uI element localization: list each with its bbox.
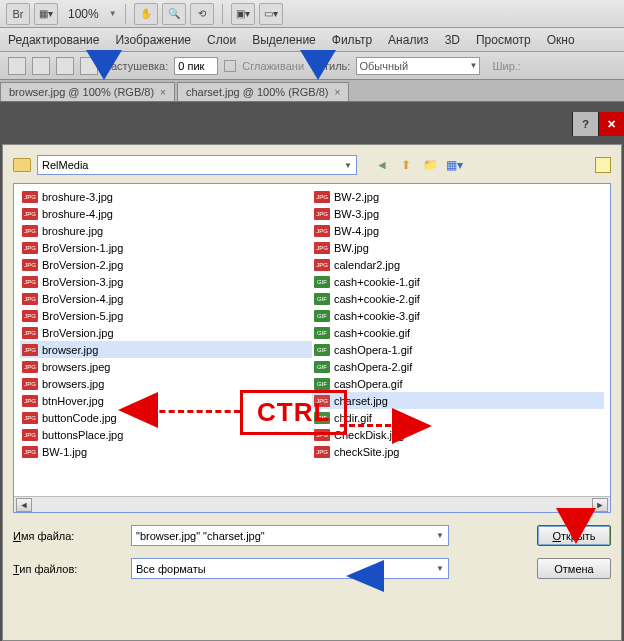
feather-input[interactable] <box>174 57 218 75</box>
jpg-file-icon: JPG <box>314 225 330 237</box>
cancel-button[interactable]: Отмена <box>537 558 611 579</box>
file-name: buttonsPlace.jpg <box>42 429 123 441</box>
file-item[interactable]: JPGCheckDisk.jpg <box>312 426 604 443</box>
file-item[interactable]: GIFcash+cookie-3.gif <box>312 307 604 324</box>
close-icon[interactable]: × <box>160 87 166 98</box>
jpg-file-icon: JPG <box>22 412 38 424</box>
file-name: BroVersion-2.jpg <box>42 259 123 271</box>
zoom-level[interactable]: 100% <box>62 7 105 21</box>
jpg-file-icon: JPG <box>22 276 38 288</box>
gif-file-icon: GIF <box>314 344 330 356</box>
view-menu-icon[interactable]: ▦▾ <box>445 156 463 174</box>
close-dialog-button[interactable]: ✕ <box>598 112 624 136</box>
file-name: cashOpera-1.gif <box>334 344 412 356</box>
file-item[interactable]: JPGBW-3.jpg <box>312 205 604 222</box>
file-name: BroVersion-4.jpg <box>42 293 123 305</box>
jpg-file-icon: JPG <box>22 225 38 237</box>
doc-tab-label: browser.jpg @ 100% (RGB/8) <box>9 86 154 98</box>
file-name: BW-4.jpg <box>334 225 379 237</box>
file-item[interactable]: JPGcharset.jpg <box>312 392 604 409</box>
file-item[interactable]: JPGbrowsers.jpeg <box>20 358 312 375</box>
file-item[interactable]: JPGBW.jpg <box>312 239 604 256</box>
menu-layers[interactable]: Слои <box>207 33 236 47</box>
filename-input[interactable]: "browser.jpg" "charset.jpg"▼ <box>131 525 449 546</box>
file-item[interactable]: JPGbroshure-3.jpg <box>20 188 312 205</box>
jpg-file-icon: JPG <box>314 208 330 220</box>
look-in-select[interactable]: RelMedia ▼ <box>37 155 357 175</box>
style-select[interactable]: Обычный▼ <box>356 57 480 75</box>
horizontal-scrollbar[interactable]: ◄ ► <box>14 496 610 512</box>
selection-add-icon[interactable] <box>32 57 50 75</box>
file-name: BW-2.jpg <box>334 191 379 203</box>
file-name: BW.jpg <box>334 242 369 254</box>
menu-window[interactable]: Окно <box>547 33 575 47</box>
file-name: browsers.jpg <box>42 378 104 390</box>
close-icon[interactable]: × <box>335 87 341 98</box>
scroll-left-button[interactable]: ◄ <box>16 498 32 512</box>
file-item[interactable]: JPGbrowser.jpg <box>20 341 312 358</box>
up-icon[interactable]: ⬆ <box>397 156 415 174</box>
file-item[interactable]: JPGBW-4.jpg <box>312 222 604 239</box>
file-item[interactable]: JPGBW-1.jpg <box>20 443 312 460</box>
file-item[interactable]: JPGbroshure.jpg <box>20 222 312 239</box>
file-item[interactable]: JPGBroVersion-2.jpg <box>20 256 312 273</box>
file-item[interactable]: GIFcash+cookie.gif <box>312 324 604 341</box>
menu-edit[interactable]: Редактирование <box>8 33 99 47</box>
file-item[interactable]: GIFcashOpera-2.gif <box>312 358 604 375</box>
selection-new-icon[interactable] <box>8 57 26 75</box>
file-item[interactable]: JPGBroVersion-1.jpg <box>20 239 312 256</box>
layout-button[interactable]: ▦▾ <box>34 3 58 25</box>
file-item[interactable]: JPGBroVersion-3.jpg <box>20 273 312 290</box>
preview-toggle-icon[interactable] <box>595 157 611 173</box>
file-item[interactable]: JPGBroVersion.jpg <box>20 324 312 341</box>
file-list-panel: JPGbroshure-3.jpgJPGbroshure-4.jpgJPGbro… <box>13 183 611 513</box>
back-icon[interactable]: ◄ <box>373 156 391 174</box>
jpg-file-icon: JPG <box>314 191 330 203</box>
file-item[interactable]: JPGBW-2.jpg <box>312 188 604 205</box>
doc-tab-charset[interactable]: charset.jpg @ 100% (RGB/8) × <box>177 82 349 101</box>
jpg-file-icon: JPG <box>22 378 38 390</box>
menu-image[interactable]: Изображение <box>115 33 191 47</box>
file-name: calendar2.jpg <box>334 259 400 271</box>
file-item[interactable]: JPGcalendar2.jpg <box>312 256 604 273</box>
file-item[interactable]: GIFcashOpera.gif <box>312 375 604 392</box>
jpg-file-icon: JPG <box>22 310 38 322</box>
menu-bar: Редактирование Изображение Слои Выделени… <box>0 28 624 52</box>
file-item[interactable]: GIFcashOpera-1.gif <box>312 341 604 358</box>
menu-select[interactable]: Выделение <box>252 33 316 47</box>
filetype-select[interactable]: Все форматы▼ <box>131 558 449 579</box>
file-name: broshure-3.jpg <box>42 191 113 203</box>
file-item[interactable]: JPGBroVersion-4.jpg <box>20 290 312 307</box>
file-item[interactable]: GIFcash+cookie-2.gif <box>312 290 604 307</box>
file-item[interactable]: JPGBroVersion-5.jpg <box>20 307 312 324</box>
bridge-button[interactable]: Br <box>6 3 30 25</box>
screen-mode-button[interactable]: ▭▾ <box>259 3 283 25</box>
zoom-tool-icon[interactable]: 🔍 <box>162 3 186 25</box>
jpg-file-icon: JPG <box>314 259 330 271</box>
gif-file-icon: GIF <box>314 378 330 390</box>
arrange-button[interactable]: ▣▾ <box>231 3 255 25</box>
help-button[interactable]: ? <box>572 112 598 136</box>
menu-3d[interactable]: 3D <box>445 33 460 47</box>
file-name: browsers.jpeg <box>42 361 110 373</box>
file-name: buttonCode.jpg <box>42 412 117 424</box>
file-name: broshure.jpg <box>42 225 103 237</box>
doc-tab-browser[interactable]: browser.jpg @ 100% (RGB/8) × <box>0 82 175 101</box>
menu-analysis[interactable]: Анализ <box>388 33 429 47</box>
file-name: browser.jpg <box>42 344 98 356</box>
menu-filter[interactable]: Фильтр <box>332 33 372 47</box>
jpg-file-icon: JPG <box>22 344 38 356</box>
file-name: BroVersion-3.jpg <box>42 276 123 288</box>
hand-tool-icon[interactable]: ✋ <box>134 3 158 25</box>
file-item[interactable]: GIFcash+cookie-1.gif <box>312 273 604 290</box>
menu-view[interactable]: Просмотр <box>476 33 531 47</box>
antialias-checkbox[interactable] <box>224 60 236 72</box>
annotation-arrow-icon <box>392 408 432 444</box>
jpg-file-icon: JPG <box>22 242 38 254</box>
file-item[interactable]: JPGcheckSite.jpg <box>312 443 604 460</box>
file-item[interactable]: JPGbroshure-4.jpg <box>20 205 312 222</box>
new-folder-icon[interactable]: 📁 <box>421 156 439 174</box>
file-name: cashOpera.gif <box>334 378 402 390</box>
rotate-tool-icon[interactable]: ⟲ <box>190 3 214 25</box>
selection-sub-icon[interactable] <box>56 57 74 75</box>
